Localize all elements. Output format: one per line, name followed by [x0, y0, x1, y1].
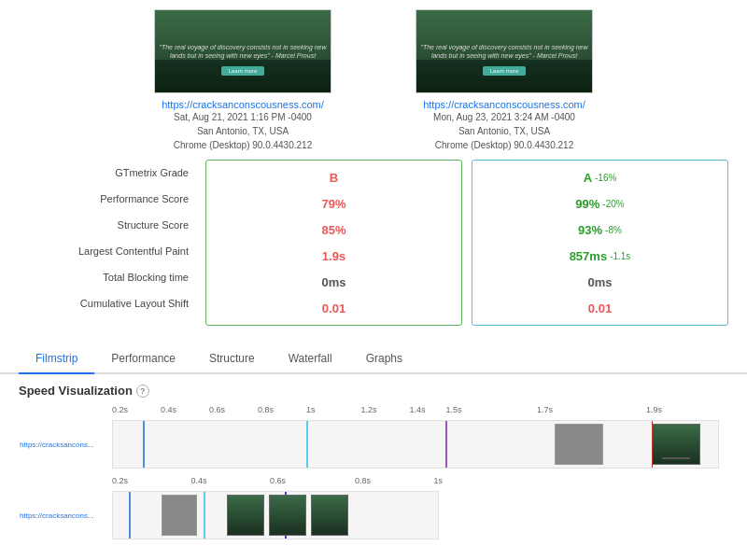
label-cls: Cumulative Layout Shift [19, 290, 196, 316]
info-icon[interactable]: ? [136, 385, 149, 398]
metrics-section: GTmetrix Grade Performance Score Structu… [0, 160, 747, 335]
tab-filmstrip[interactable]: Filmstrip [19, 344, 94, 374]
val-struct-1: 85% [206, 217, 461, 243]
metrics-labels: GTmetrix Grade Performance Score Structu… [19, 160, 205, 326]
label-lcp: Largest Contentful Paint [19, 238, 196, 264]
label-tbt: Total Blocking time [19, 264, 196, 290]
fcp-marker-1 [306, 421, 308, 468]
site-url-2[interactable]: https://cracksanconscousness.com/ [423, 99, 585, 110]
val-grade-1: B [206, 164, 461, 190]
label-performance: Performance Score [19, 186, 196, 212]
site-thumbnail-1: "The real voyage of discovery consists n… [154, 9, 331, 93]
val-struct-2: 93% -8% [472, 217, 727, 243]
site-card-2: "The real voyage of discovery consists n… [402, 9, 607, 152]
tick-1.5s-r1: 1.5s [446, 405, 462, 414]
val-tbt-2: 0ms [472, 269, 727, 295]
tti-marker-1 [445, 421, 447, 468]
label-gtmetrix: GTmetrix Grade [19, 160, 196, 186]
frame-gray-1 [555, 424, 603, 465]
metrics-col-2: A -16% 99% -20% 93% -8% 857ms -1.1s 0ms … [472, 160, 728, 326]
tab-structure[interactable]: Structure [192, 344, 272, 374]
val-tbt-1: 0ms [206, 269, 461, 295]
loaded-line-1 [652, 421, 654, 468]
legend-section: TTFB First Contentful Paint Time to Inte… [0, 556, 747, 560]
frame-loaded-1 [652, 424, 700, 465]
tab-waterfall[interactable]: Waterfall [272, 344, 349, 374]
screenshots-section: "The real voyage of discovery consists n… [0, 0, 747, 160]
tick-1.9s-r1: 1.9s [646, 405, 662, 414]
tick-0.4s-r2: 0.4s [191, 476, 207, 485]
frame-loaded-2a [227, 495, 264, 536]
tab-performance[interactable]: Performance [94, 344, 192, 374]
tick-1.4s-r1: 1.4s [410, 405, 426, 414]
metrics-col-1: B 79% 85% 1.9s 0ms 0.01 [205, 160, 462, 326]
tick-0.6s-r2: 0.6s [270, 476, 286, 485]
ttfb-marker-1 [143, 421, 145, 468]
tab-graphs[interactable]: Graphs [349, 344, 419, 374]
val-lcp-1: 1.9s [206, 243, 461, 269]
val-cls-1: 0.01 [206, 295, 461, 321]
thumbnail-btn-1: Learn more [221, 66, 265, 76]
val-grade-2: A -16% [472, 164, 727, 190]
val-perf-1: 79% [206, 190, 461, 217]
tick-1.7s-r1: 1.7s [537, 405, 553, 414]
tick-0.8s-r2: 0.8s [355, 476, 371, 485]
frame-gray-2a [162, 495, 197, 536]
label-structure: Structure Score [19, 212, 196, 238]
thumbnail-quote-1: "The real voyage of discovery consists n… [155, 39, 331, 63]
site-thumbnail-2: "The real voyage of discovery consists n… [416, 9, 593, 93]
val-perf-2: 99% -20% [472, 190, 727, 217]
site-card-1: "The real voyage of discovery consists n… [140, 9, 345, 152]
speed-section: Speed Visualization ? 0.2s 0.4s 0.6s 0.8… [0, 374, 747, 556]
filmstrip-row-1: 0.2s 0.4s 0.6s 0.8s 1s 1.2s 1.4s 1.5s 1.… [19, 405, 728, 469]
tick-1s-r2: 1s [434, 476, 444, 485]
url-label-1: https://cracksancons... [20, 441, 108, 449]
speed-title: Speed Visualization ? [19, 384, 728, 398]
tabs-section: Filmstrip Performance Structure Waterfal… [0, 344, 747, 374]
thumbnail-btn-2: Learn more [483, 66, 527, 76]
tick-0.8s-r1: 0.8s [258, 405, 274, 414]
frame-loaded-2c [311, 495, 348, 536]
url-label-2: https://cracksancons... [20, 511, 108, 520]
thumbnail-quote-2: "The real voyage of discovery consists n… [416, 39, 592, 63]
tick-0.6s-r1: 0.6s [209, 405, 225, 414]
val-cls-2: 0.01 [472, 295, 727, 321]
ttfb-marker-2 [129, 492, 131, 539]
fcp-marker-2 [204, 492, 205, 539]
site-meta-1: Sat, Aug 21, 2021 1:16 PM -0400 San Anto… [174, 110, 312, 152]
tick-0.2s-r2: 0.2s [112, 476, 128, 485]
site-meta-2: Mon, Aug 23, 2021 3:24 AM -0400 San Anto… [433, 110, 575, 152]
tick-1s-r1: 1s [306, 405, 316, 414]
tick-0.2s-r1: 0.2s [112, 405, 128, 414]
val-lcp-2: 857ms -1.1s [472, 243, 727, 269]
filmstrip-row-2: 0.2s 0.4s 0.6s 0.8s 1s https://cracksanc… [19, 476, 728, 539]
tick-1.2s-r1: 1.2s [361, 405, 377, 414]
frame-loaded-2b [269, 495, 306, 536]
tick-0.4s-r1: 0.4s [161, 405, 176, 414]
site-url-1[interactable]: https://cracksanconscousness.com/ [162, 99, 324, 110]
